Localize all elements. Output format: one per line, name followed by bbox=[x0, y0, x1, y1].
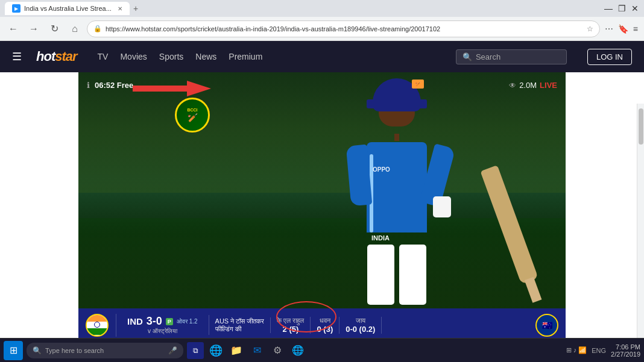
player3-score: 0-0 (0.2) bbox=[346, 325, 375, 334]
more-menu-button[interactable]: ≡ bbox=[632, 23, 639, 35]
india-flag-circle bbox=[86, 314, 109, 337]
bcci-text: BCCI bbox=[187, 108, 197, 113]
player1-score: 2 (5) bbox=[283, 325, 299, 334]
toss-text2: फील्डिंग की bbox=[215, 325, 265, 333]
extensions-button[interactable]: ⋯ bbox=[604, 23, 614, 35]
team1-label: IND bbox=[127, 316, 143, 326]
language-indicator: ENG bbox=[592, 347, 606, 354]
over-info: ओवर 1.2 bbox=[177, 318, 198, 325]
title-bar-left: ▶ India vs Australia Live Strea... ✕ + bbox=[5, 2, 138, 15]
mail-icon: ✉ bbox=[253, 345, 261, 356]
info-circle-icon: ℹ bbox=[87, 81, 90, 90]
tray-icons: ⊞ ♪ 📶 bbox=[566, 346, 587, 354]
player2-segment: धवन 0 (3) bbox=[311, 317, 339, 334]
settings-taskbar-icon[interactable]: ⚙ bbox=[269, 342, 286, 359]
versus-text: v ऑस्ट्रेलिया bbox=[148, 328, 177, 335]
hamburger-menu-icon[interactable]: ☰ bbox=[12, 50, 22, 63]
bcci-logo: BCCI 🏏 bbox=[175, 98, 210, 133]
taskbar: ⊞ 🔍 Type here to search 🎤 ⧉ 🌐 📁 ✉ ⚙ 🌐 ⊞ … bbox=[0, 338, 644, 362]
url-text: https://www.hotstar.com/sports/cricket/a… bbox=[106, 25, 583, 33]
taskbar-search-icon: 🔍 bbox=[33, 346, 42, 355]
scoreboard: IND 3-0 P ओवर 1.2 v ऑस्ट्रेलिया AUS ने ट… bbox=[78, 308, 566, 342]
clock: 7:06 PM 2/27/2019 bbox=[611, 343, 640, 358]
browser-taskbar-icon[interactable]: 🌐 bbox=[289, 342, 306, 359]
search-icon: 🔍 bbox=[462, 52, 472, 61]
file-explorer-taskbar-icon[interactable]: 📁 bbox=[228, 342, 245, 359]
tab-favicon: ▶ bbox=[12, 4, 21, 13]
tab-title: India vs Australia Live Strea... bbox=[24, 5, 112, 12]
search-bar[interactable]: 🔍 bbox=[456, 49, 567, 64]
nav-links: TV Movies Sports News Premium bbox=[98, 49, 263, 64]
taskbar-search-box[interactable]: 🔍 Type here to search 🎤 bbox=[27, 343, 183, 358]
aus-flag-section: 🇦🇺 bbox=[528, 314, 566, 337]
powerplay-badge: P bbox=[166, 318, 173, 325]
time-free-label: 06:52 Free bbox=[95, 81, 133, 90]
microphone-icon: 🎤 bbox=[168, 346, 177, 355]
scrollbar-thumb[interactable] bbox=[639, 108, 643, 145]
video-container[interactable]: 🏏 OPPO INDIA bbox=[78, 72, 566, 342]
nav-extras: ⋯ 🔖 ≡ bbox=[604, 23, 639, 35]
nav-link-premium[interactable]: Premium bbox=[229, 49, 262, 64]
player3-name: जाय bbox=[356, 317, 365, 325]
browser-tab[interactable]: ▶ India vs Australia Live Strea... ✕ bbox=[5, 2, 130, 15]
video-top-left-info: ℹ 06:52 Free bbox=[87, 81, 133, 90]
new-tab-button[interactable]: + bbox=[133, 4, 138, 13]
address-bar-icons: ☆ bbox=[587, 25, 593, 33]
tab-close-button[interactable]: ✕ bbox=[118, 5, 122, 12]
task-view-icon: ⧉ bbox=[193, 346, 198, 355]
video-background: 🏏 OPPO INDIA bbox=[78, 72, 566, 342]
edge-browser-taskbar-icon[interactable]: 🌐 bbox=[207, 342, 224, 359]
svg-marker-0 bbox=[133, 81, 211, 96]
minimize-button[interactable]: — bbox=[604, 4, 613, 13]
toss-segment: AUS ने टॉस जीतकर फील्डिंग की bbox=[209, 317, 271, 333]
nav-link-tv[interactable]: TV bbox=[98, 49, 109, 64]
settings-icon: ⚙ bbox=[273, 345, 282, 356]
login-button[interactable]: LOG IN bbox=[587, 49, 632, 65]
system-tray: ⊞ ♪ 📶 ENG 7:06 PM 2/27/2019 bbox=[566, 343, 640, 358]
close-button[interactable]: ✕ bbox=[631, 4, 639, 13]
player1-name: के एल राहुल bbox=[277, 317, 304, 325]
live-badge: LIVE bbox=[540, 81, 557, 90]
bookmark-star-icon[interactable]: ☆ bbox=[587, 25, 593, 33]
home-button[interactable]: ⌂ bbox=[66, 20, 83, 37]
score-segment: IND 3-0 P ओवर 1.2 v ऑस्ट्रेलिया bbox=[116, 315, 209, 335]
task-view-button[interactable]: ⧉ bbox=[187, 342, 204, 359]
chrome-icon: 🌐 bbox=[292, 345, 304, 356]
hotstar-logo: hotstar bbox=[36, 49, 77, 64]
score-number: 3-0 bbox=[147, 315, 162, 328]
scrollbar[interactable] bbox=[637, 104, 644, 362]
player1-segment: के एल राहुल 2 (5) bbox=[271, 317, 311, 334]
viewers-badge: 👁 2.0M LIVE bbox=[509, 81, 557, 90]
viewers-count: 2.0M bbox=[519, 81, 537, 90]
refresh-button[interactable]: ↻ bbox=[46, 20, 63, 37]
nav-link-movies[interactable]: Movies bbox=[120, 49, 147, 64]
nav-link-sports[interactable]: Sports bbox=[159, 49, 183, 64]
browser-chrome: ▶ India vs Australia Live Strea... ✕ + —… bbox=[0, 0, 644, 41]
hotstar-navbar: ☰ hotstar TV Movies Sports News Premium … bbox=[0, 41, 644, 72]
folder-icon: 📁 bbox=[230, 345, 242, 356]
main-content: 🏏 OPPO INDIA bbox=[0, 72, 644, 342]
nav-link-news[interactable]: News bbox=[195, 49, 216, 64]
aus-flag-circle: 🇦🇺 bbox=[535, 314, 558, 337]
clock-date: 2/27/2019 bbox=[611, 351, 640, 358]
forward-button[interactable]: → bbox=[25, 20, 42, 37]
bookmark-button[interactable]: 🔖 bbox=[617, 23, 630, 35]
eye-icon: 👁 bbox=[509, 81, 516, 90]
start-button[interactable]: ⊞ bbox=[4, 341, 23, 360]
toss-text: AUS ने टॉस जीतकर bbox=[215, 317, 265, 325]
arrow-annotation bbox=[133, 80, 211, 100]
search-input[interactable] bbox=[476, 52, 560, 61]
address-bar[interactable]: 🔒 https://www.hotstar.com/sports/cricket… bbox=[87, 20, 600, 37]
maximize-button[interactable]: ❐ bbox=[617, 4, 626, 13]
window-controls: — ❐ ✕ bbox=[604, 4, 639, 13]
edge-icon: 🌐 bbox=[209, 344, 223, 357]
title-bar: ▶ India vs Australia Live Strea... ✕ + —… bbox=[0, 0, 644, 17]
red-arrow-svg bbox=[133, 80, 211, 98]
india-flag-section bbox=[78, 314, 116, 337]
player2-name: धवन bbox=[320, 317, 330, 325]
browser-nav-bar: ← → ↻ ⌂ 🔒 https://www.hotstar.com/sports… bbox=[0, 17, 644, 41]
back-button[interactable]: ← bbox=[5, 20, 22, 37]
player3-segment: जाय 0-0 (0.2) bbox=[339, 317, 382, 334]
mail-taskbar-icon[interactable]: ✉ bbox=[248, 342, 265, 359]
clock-time: 7:06 PM bbox=[611, 343, 640, 351]
